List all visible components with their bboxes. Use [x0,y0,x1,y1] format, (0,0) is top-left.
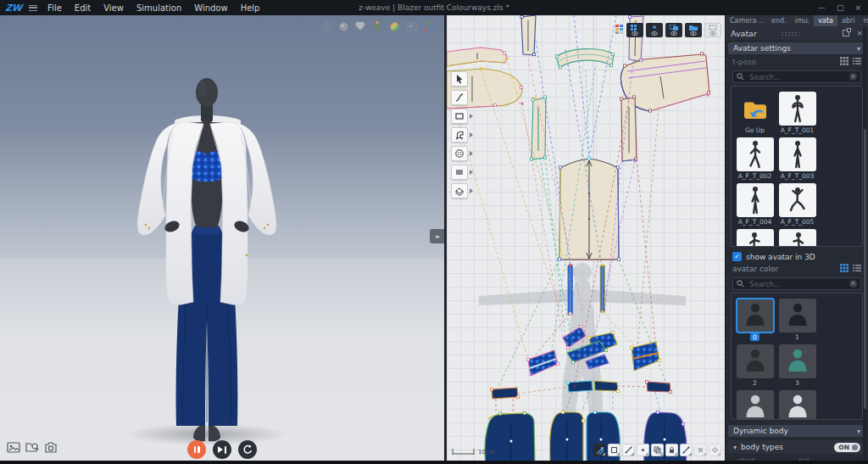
pleat-tool-button[interactable] [451,165,468,180]
list-view-icon[interactable] [853,57,861,67]
pattern-canvas[interactable] [447,15,725,461]
pattern-edit-toolbar [593,444,721,456]
lock-tool-button[interactable] [665,444,678,456]
menu-view[interactable]: View [103,3,124,13]
avatar-display-icon[interactable] [371,20,383,32]
avatar-settings-dropdown[interactable]: Avatar settings ▾ [728,42,865,54]
minimize-button[interactable]: — [818,3,826,12]
axis-gizmo-icon[interactable] [422,20,434,32]
show-avatar-label: show avatar in 3D [746,253,815,261]
drag-handle-icon[interactable] [781,31,799,36]
step-forward-button[interactable] [213,440,231,459]
3d-scene-canvas[interactable] [0,15,444,461]
edit-pattern-tool-button[interactable] [593,444,606,456]
body-types-row: ▾ body types ON [728,440,865,454]
pose-item[interactable]: A_F_T_003 [777,137,817,180]
panel-collapse-handle[interactable]: ▸▸ [430,229,444,243]
submenu-arrow-icon[interactable] [470,188,473,193]
color-item[interactable]: 2 [735,344,775,387]
rectangle-tool-button[interactable] [451,109,468,124]
submenu-arrow-icon[interactable] [470,132,473,137]
camera-icon[interactable] [44,440,58,456]
tab-fabric[interactable]: abri [837,15,860,26]
pose-item[interactable]: A_F_T_006 [735,229,775,247]
grid-view-icon[interactable] [840,57,849,67]
tab-simulation[interactable]: imu. [791,15,815,26]
pose-search-input[interactable] [748,72,846,82]
chevron-down-icon: ▾ [857,45,860,53]
clear-search-icon[interactable]: × [849,73,857,81]
reset-button[interactable] [238,440,257,459]
button-tool-button[interactable] [451,146,468,161]
show-avatar-checkbox[interactable]: ✓ [732,252,742,261]
color-item[interactable]: 3 [777,344,817,387]
copy-tool-button[interactable] [651,444,664,456]
delete-tool-button[interactable] [694,444,707,456]
browse-snapshots-icon[interactable] [25,440,39,456]
shaded-sphere-icon[interactable] [337,20,349,32]
submenu-arrow-icon[interactable] [470,170,473,175]
scrollbar-thumb[interactable] [864,129,866,409]
maximize-button[interactable]: □ [837,3,844,12]
move-tool-button[interactable] [680,444,693,456]
submenu-arrow-icon[interactable] [470,114,473,119]
tab-avatar[interactable]: vata [814,15,837,26]
color-search-input[interactable] [748,279,846,289]
close-panel-icon[interactable]: × [856,29,863,37]
color-item[interactable]: 5 [777,390,817,420]
body-types-toggle[interactable]: ON [834,443,860,452]
material-sphere-icon[interactable] [388,20,400,32]
menu-file[interactable]: File [47,3,62,13]
submenu-arrow-icon[interactable] [470,151,473,156]
toggle-show-points[interactable] [646,23,663,37]
clear-search-icon[interactable]: × [849,280,857,288]
settings-tool-button[interactable] [709,444,721,456]
color-item[interactable]: 4 [735,390,775,420]
pose-item[interactable]: A_F_T_001 [777,92,817,134]
select-tool-button[interactable] [451,71,468,87]
swatch-palette-icon[interactable] [615,22,624,38]
tab-properties[interactable]: rop. [859,15,868,26]
fabric-tool-button[interactable] [451,183,468,198]
hamburger-menu-icon[interactable] [29,5,37,11]
sidebar-scrollbar[interactable] [863,27,867,461]
list-view-icon[interactable] [853,264,861,274]
sew-tool-button[interactable] [451,127,468,143]
render-window-icon[interactable] [405,20,417,32]
pose-item[interactable]: A_F_T_004 [735,183,775,226]
avatar-panel-header: Avatar × [726,26,868,40]
viewport-3d[interactable]: ▸▸ [0,15,444,461]
menu-window[interactable]: Window [194,3,227,13]
float-panel-icon[interactable] [843,30,849,36]
color-item-selected[interactable]: 0 [735,299,775,341]
snapshot-icon[interactable] [7,440,20,456]
toggle-show-fabric[interactable] [685,23,702,37]
menu-edit[interactable]: Edit [75,3,91,13]
grid-view-icon[interactable] [840,264,849,274]
rectangle-edit-tool-button[interactable] [608,444,620,456]
color-item[interactable]: 1 [777,299,817,341]
toggle-show-seams[interactable] [665,23,682,37]
pose-item[interactable]: A_F_T_005 [777,183,817,226]
tab-blend[interactable]: end. [767,15,791,26]
wireframe-sphere-icon[interactable] [320,20,332,32]
pose-item[interactable]: A_F_T_007 [777,229,817,247]
toggle-show-pattern[interactable] [626,23,643,37]
line-tool-button[interactable] [622,444,635,456]
pattern-editor-2d[interactable]: 10cm [447,15,725,461]
menu-simulation[interactable]: Simulation [136,3,181,13]
close-button[interactable]: × [854,3,861,12]
menu-help[interactable]: Help [241,3,260,13]
pose-item-go-up[interactable]: Go Up [735,92,775,134]
chevron-down-icon[interactable]: ▾ [733,444,737,451]
curve-edit-tool-button[interactable] [451,90,468,105]
pose-item[interactable]: A_F_T_002 [735,137,775,180]
tab-camera[interactable]: Camera .. [726,15,767,26]
dynamic-body-dropdown[interactable]: Dynamic body ▾ [728,425,865,437]
point-tool-button[interactable] [637,444,649,456]
pause-button[interactable] [187,440,206,459]
titlebar: ZW File Edit View Simulation Window Help… [0,0,868,15]
toggle-show-guides[interactable] [704,23,721,37]
sidebar-tabs: Camera .. end. imu. vata abri rop. Irapi… [726,15,868,26]
gem-icon[interactable] [354,20,366,32]
